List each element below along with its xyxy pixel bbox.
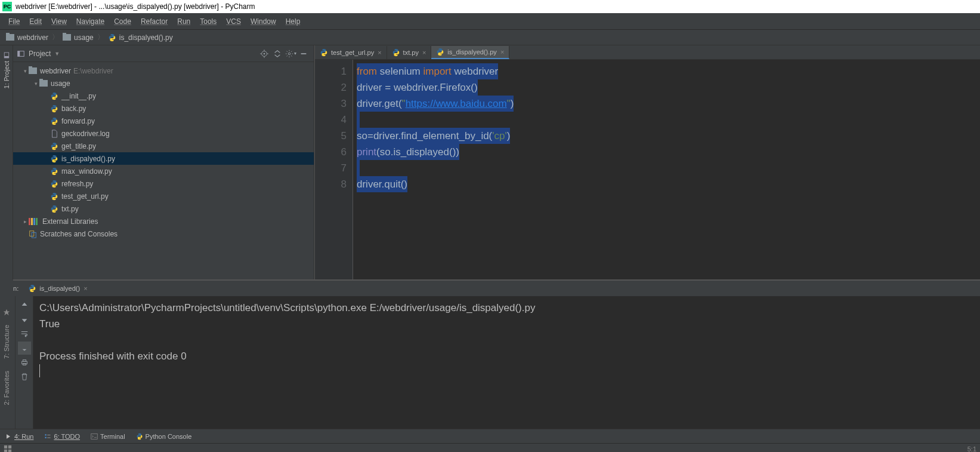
- python-icon: [50, 117, 58, 125]
- folder-icon: [6, 34, 14, 41]
- python-icon: [50, 155, 58, 163]
- tree-row[interactable]: geckodriver.log: [13, 127, 314, 140]
- svg-rect-26: [8, 445, 11, 448]
- svg-rect-27: [4, 449, 7, 452]
- tool-window-6-todo[interactable]: 6: TODO: [44, 433, 80, 440]
- tree-row[interactable]: ▸External Libraries: [13, 215, 314, 227]
- expand-arrow-down-icon[interactable]: ▾: [21, 68, 29, 74]
- tree-row[interactable]: forward.py: [13, 115, 314, 127]
- expand-arrow-down-icon[interactable]: ▾: [32, 81, 39, 87]
- run-panel-header: Run: is_dispalyed() ×: [0, 281, 980, 296]
- code-text[interactable]: from selenium import webdriverdriver = w…: [353, 60, 980, 279]
- python-icon: [50, 205, 58, 213]
- menu-tools[interactable]: Tools: [195, 17, 221, 26]
- tool-tab-project[interactable]: 1: Project: [2, 48, 11, 92]
- tree-row[interactable]: Scratches and Consoles: [13, 227, 314, 240]
- gear-icon[interactable]: ▾: [284, 47, 297, 60]
- editor-gutter: 12345678: [315, 60, 353, 279]
- breadcrumb-item[interactable]: is_dispalyed().py: [106, 33, 175, 42]
- tree-label: get_title.py: [61, 142, 96, 150]
- target-icon[interactable]: [258, 47, 271, 60]
- svg-point-5: [264, 53, 265, 54]
- trash-icon[interactable]: [18, 370, 31, 383]
- tree-row[interactable]: __init__.py: [13, 90, 314, 102]
- tree-label: is_dispalyed().py: [61, 155, 115, 163]
- line-number: 8: [315, 176, 347, 192]
- editor-tab[interactable]: txt.py×: [387, 46, 432, 59]
- tree-row[interactable]: test_get_url.py: [13, 190, 314, 202]
- hide-icon[interactable]: [297, 47, 310, 60]
- status-bar: 5:1: [0, 443, 980, 452]
- collapse-icon[interactable]: [271, 47, 284, 60]
- close-icon[interactable]: ×: [422, 49, 426, 56]
- file-icon: [50, 130, 58, 138]
- tree-row[interactable]: ▾usage: [13, 77, 314, 90]
- pycharm-logo-icon: PC: [2, 2, 12, 11]
- tree-row[interactable]: is_dispalyed().py: [13, 152, 314, 165]
- tree-row[interactable]: back.py: [13, 102, 314, 115]
- svg-rect-3: [18, 51, 20, 56]
- tree-row[interactable]: max_window.py: [13, 165, 314, 177]
- menu-view[interactable]: View: [47, 17, 72, 26]
- tree-label: txt.py: [61, 205, 79, 213]
- menu-help[interactable]: Help: [281, 17, 305, 26]
- scroll-to-end-icon[interactable]: [18, 342, 31, 355]
- svg-rect-28: [8, 449, 11, 452]
- menu-code[interactable]: Code: [109, 17, 136, 26]
- code-line: driver = webdriver.Firefox(): [357, 79, 980, 96]
- python-icon: [108, 33, 116, 42]
- folder-icon: [29, 67, 37, 74]
- python-icon: [50, 92, 58, 100]
- project-icon: [17, 50, 25, 58]
- close-icon[interactable]: ×: [378, 49, 381, 56]
- run-config-tab[interactable]: is_dispalyed() ×: [24, 283, 91, 294]
- soft-wrap-icon[interactable]: [18, 327, 31, 340]
- menu-run[interactable]: Run: [172, 17, 195, 26]
- line-number: 6: [315, 144, 347, 160]
- menu-vcs[interactable]: VCS: [221, 17, 246, 26]
- expand-arrow-right-icon[interactable]: ▸: [21, 219, 29, 225]
- menu-refactor[interactable]: Refactor: [136, 17, 172, 26]
- code-line: so=driver.find_element_by_id('cp'): [357, 128, 980, 144]
- scratch-icon: [29, 230, 37, 238]
- tool-tab-2-favorites[interactable]: 2: Favorites: [2, 366, 11, 410]
- line-number: 5: [315, 128, 347, 144]
- tree-label: max_window.py: [61, 167, 112, 176]
- chevron-right-icon: 〉: [97, 32, 104, 42]
- tree-row[interactable]: get_title.py: [13, 140, 314, 152]
- editor-body[interactable]: 12345678 from selenium import webdriverd…: [315, 60, 980, 279]
- tree-row[interactable]: ▾webdriverE:\webdriver: [13, 64, 314, 77]
- svg-point-10: [288, 53, 290, 55]
- editor-tab[interactable]: is_dispalyed().py×: [431, 46, 509, 59]
- close-icon[interactable]: ×: [84, 285, 87, 292]
- tree-label: back.py: [61, 104, 86, 113]
- tool-tab-7-structure[interactable]: 7: Structure: [2, 320, 11, 364]
- editor-tab[interactable]: test_get_url.py×: [315, 46, 387, 59]
- menu-navigate[interactable]: Navigate: [72, 17, 109, 26]
- tool-window-bar: 4: Run6: TODOTerminalPython Console: [0, 429, 980, 443]
- tool-window-4-run[interactable]: 4: Run: [5, 433, 33, 440]
- menu-edit[interactable]: Edit: [24, 17, 47, 26]
- print-icon[interactable]: [18, 356, 31, 369]
- menu-file[interactable]: File: [4, 17, 24, 26]
- up-icon[interactable]: [18, 299, 31, 312]
- tree-row[interactable]: refresh.py: [13, 177, 314, 190]
- breadcrumb-item[interactable]: webdriver: [4, 33, 51, 42]
- tree-row[interactable]: txt.py: [13, 202, 314, 215]
- tool-window-python-console[interactable]: Python Console: [136, 433, 192, 440]
- project-tree[interactable]: ▾webdriverE:\webdriver▾usage__init__.pyb…: [13, 62, 314, 279]
- tree-label: usage: [51, 79, 70, 88]
- svg-rect-22: [48, 435, 51, 435]
- left-tool-strip: 1: Project: [0, 45, 13, 279]
- chevron-down-icon[interactable]: ▼: [54, 51, 60, 57]
- tool-window-terminal[interactable]: Terminal: [91, 433, 125, 440]
- python-icon: [436, 48, 444, 56]
- menu-window[interactable]: Window: [246, 17, 281, 26]
- windows-icon[interactable]: [4, 445, 12, 453]
- chevron-right-icon: 〉: [52, 32, 59, 42]
- breadcrumb-item[interactable]: usage: [60, 33, 96, 42]
- svg-rect-24: [91, 433, 98, 439]
- down-icon[interactable]: [18, 313, 31, 326]
- console-output[interactable]: C:\Users\Administrator\PycharmProjects\u…: [33, 296, 980, 429]
- close-icon[interactable]: ×: [500, 48, 504, 56]
